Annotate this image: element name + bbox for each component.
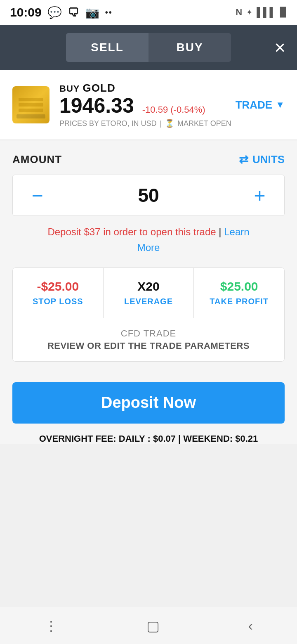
buy-label: BUY xyxy=(59,83,80,94)
amount-minus-button[interactable]: − xyxy=(13,175,62,215)
status-bar: 10:09 💬 🗨 📷 •• N ✦ ▌▌▌ ▉ xyxy=(0,0,297,25)
buy-button[interactable]: BUY xyxy=(148,33,231,62)
gold-bar-visual xyxy=(19,98,43,112)
separator: | xyxy=(160,119,162,128)
take-profit-cell[interactable]: $25.00 TAKE PROFIT xyxy=(194,268,284,318)
bubble-icon: 🗨 xyxy=(68,6,79,19)
signal-boost-icon: ✦ xyxy=(246,8,252,17)
warning-separator: | xyxy=(219,226,224,237)
minus-icon: − xyxy=(31,184,43,207)
take-profit-value: $25.00 xyxy=(198,279,280,294)
stop-loss-value: -$25.00 xyxy=(17,279,99,294)
market-status: MARKET OPEN xyxy=(177,119,231,128)
amount-input-row: − 50 + xyxy=(12,175,285,216)
back-icon[interactable]: ‹ xyxy=(248,618,253,634)
asset-name: GOLD xyxy=(83,82,116,94)
amount-header: AMOUNT ⇄ UNITS xyxy=(12,153,285,166)
prices-by: PRICES BY ETORO, IN USD xyxy=(59,119,156,128)
gold-icon xyxy=(12,86,50,123)
chevron-down-icon: ▼ xyxy=(276,99,285,110)
menu-icon[interactable]: ⋮ xyxy=(44,618,58,634)
leverage-cell[interactable]: X20 LEVERAGE xyxy=(104,268,194,318)
more-label: More xyxy=(137,242,160,253)
plus-icon: + xyxy=(254,184,265,207)
leverage-label: LEVERAGE xyxy=(108,297,190,306)
sell-button[interactable]: SELL xyxy=(66,33,148,62)
trade-card-top: -$25.00 STOP LOSS X20 LEVERAGE $25.00 TA… xyxy=(13,268,284,318)
edit-params-label: REVIEW OR EDIT THE TRADE PARAMETERS xyxy=(21,341,276,351)
stop-loss-cell[interactable]: -$25.00 STOP LOSS xyxy=(13,268,104,318)
stop-loss-label: STOP LOSS xyxy=(17,297,99,306)
main-content: AMOUNT ⇄ UNITS − 50 + Deposit $37 in ord… xyxy=(0,140,297,444)
amount-value[interactable]: 50 xyxy=(62,184,235,206)
trade-card: -$25.00 STOP LOSS X20 LEVERAGE $25.00 TA… xyxy=(12,268,285,362)
deposit-warning: Deposit $37 in order to open this trade … xyxy=(12,224,285,256)
deposit-now-button[interactable]: Deposit Now xyxy=(12,382,285,424)
change-pct: (-0.54%) xyxy=(170,104,205,115)
trade-toggle: SELL BUY xyxy=(66,33,231,62)
amount-plus-button[interactable]: + xyxy=(235,175,284,215)
price-row: 1946.33 -10.59 (-0.54%) xyxy=(59,95,231,117)
top-nav: SELL BUY × xyxy=(0,25,297,70)
asset-change: -10.59 (-0.54%) xyxy=(142,104,205,115)
change-amount: -10.59 xyxy=(142,104,168,115)
overnight-fee: OVERNIGHT FEE: DAILY : $0.07 | WEEKEND: … xyxy=(12,433,285,444)
battery-icon: ▉ xyxy=(280,7,287,18)
deposit-warning-text: Deposit $37 in order to open this trade xyxy=(47,226,216,237)
whatsapp-icon: 💬 xyxy=(47,6,62,19)
status-bar-right: N ✦ ▌▌▌ ▉ xyxy=(236,7,287,18)
clock-icon: ⏳ xyxy=(165,119,174,128)
dots-icon: •• xyxy=(105,8,113,17)
swap-icon: ⇄ xyxy=(239,153,248,166)
asset-text: BUY GOLD 1946.33 -10.59 (-0.54%) PRICES … xyxy=(59,82,231,128)
status-bar-left: 10:09 💬 🗨 📷 •• xyxy=(10,5,113,19)
nfc-icon: N xyxy=(236,7,242,18)
units-toggle[interactable]: ⇄ UNITS xyxy=(239,153,285,166)
asset-action-name: BUY GOLD xyxy=(59,82,231,95)
bottom-nav: ⋮ ▢ ‹ xyxy=(0,607,297,644)
overnight-fee-label: OVERNIGHT FEE xyxy=(39,433,113,444)
image-icon: 📷 xyxy=(85,6,99,19)
cfd-label: CFD TRADE xyxy=(21,328,276,339)
asset-info: BUY GOLD 1946.33 -10.59 (-0.54%) PRICES … xyxy=(0,70,297,140)
trade-card-bottom[interactable]: CFD TRADE REVIEW OR EDIT THE TRADE PARAM… xyxy=(13,318,284,361)
home-icon[interactable]: ▢ xyxy=(146,618,160,634)
status-time: 10:09 xyxy=(10,5,42,19)
asset-price: 1946.33 xyxy=(59,95,134,117)
close-button[interactable]: × xyxy=(274,38,285,57)
overnight-fee-detail: : DAILY : $0.07 | WEEKEND: $0.21 xyxy=(113,433,258,444)
signal-icon: ▌▌▌ xyxy=(257,7,276,18)
asset-left: BUY GOLD 1946.33 -10.59 (-0.54%) PRICES … xyxy=(12,82,231,128)
take-profit-label: TAKE PROFIT xyxy=(198,297,280,306)
leverage-value: X20 xyxy=(108,279,190,294)
trade-dropdown[interactable]: TRADE ▼ xyxy=(236,99,285,111)
asset-meta: PRICES BY ETORO, IN USD | ⏳ MARKET OPEN xyxy=(59,119,231,128)
units-label: UNITS xyxy=(252,153,285,166)
trade-dropdown-label: TRADE xyxy=(236,99,273,111)
learn-label: Learn xyxy=(224,226,249,237)
amount-label: AMOUNT xyxy=(12,153,62,166)
